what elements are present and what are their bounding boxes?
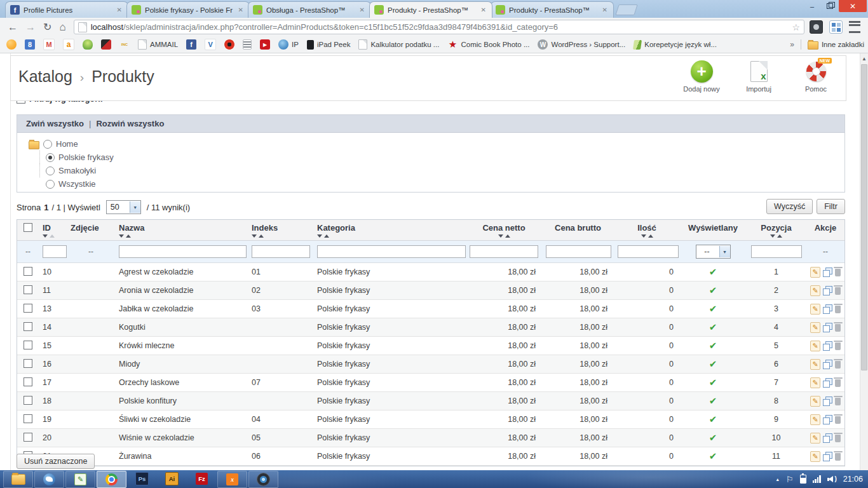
taskbar-filezilla[interactable]: Fz: [187, 471, 216, 487]
import-button[interactable]: Importuj: [738, 59, 780, 93]
new-tab-button[interactable]: [615, 4, 638, 15]
displayed-check-icon[interactable]: ✔: [709, 451, 717, 461]
tab-close-icon[interactable]: ✕: [237, 5, 245, 15]
sort-desc-icon[interactable]: [641, 234, 646, 238]
bookmark-item[interactable]: f: [186, 39, 196, 50]
delete-trash-icon[interactable]: [835, 342, 841, 350]
displayed-check-icon[interactable]: ✔: [709, 340, 717, 351]
bookmark-star-icon[interactable]: ☆: [792, 22, 800, 32]
breadcrumb-section[interactable]: Katalog: [18, 67, 72, 86]
filter-quantity-input[interactable]: [618, 245, 679, 258]
bookmark-item[interactable]: [83, 39, 93, 50]
sort-asc-icon[interactable]: [648, 234, 653, 238]
edit-pencil-icon[interactable]: ✎: [810, 414, 820, 425]
row-checkbox[interactable]: [24, 396, 32, 405]
restore-button[interactable]: [821, 0, 839, 12]
filter-name-input[interactable]: [119, 245, 247, 258]
clear-filter-button[interactable]: Wyczyść: [766, 199, 813, 214]
bookmark-item[interactable]: M: [43, 39, 55, 50]
row-checkbox[interactable]: [24, 377, 32, 386]
filter-id-input[interactable]: [43, 245, 67, 258]
edit-pencil-icon[interactable]: ✎: [810, 396, 820, 407]
bookmark-item[interactable]: [6, 39, 17, 50]
tab-close-icon[interactable]: ✕: [358, 5, 366, 15]
select-all-checkbox[interactable]: [24, 223, 32, 232]
home-button[interactable]: ⌂: [59, 21, 65, 34]
duplicate-icon[interactable]: [823, 378, 832, 388]
delete-trash-icon[interactable]: [835, 324, 841, 332]
radio-home[interactable]: [43, 140, 52, 149]
bookmarks-overflow-chevron[interactable]: »: [790, 40, 794, 49]
displayed-check-icon[interactable]: ✔: [709, 377, 717, 388]
tray-expand-icon[interactable]: ▲: [775, 477, 780, 482]
delete-selected-button[interactable]: Usuń zaznaczone: [17, 454, 95, 469]
other-bookmarks-folder[interactable]: Inne zakładki: [808, 39, 864, 50]
network-signal-icon[interactable]: [813, 475, 821, 483]
bookmark-item[interactable]: ▶: [260, 39, 270, 50]
url-text[interactable]: localhost/sklep/administracja/index.php?…: [91, 22, 789, 32]
tab-close-icon[interactable]: ✕: [480, 5, 487, 15]
extension-icon-1[interactable]: [810, 20, 823, 34]
sort-asc-icon[interactable]: [505, 234, 510, 238]
taskbar-explorer[interactable]: [3, 471, 33, 488]
filter-net-price-input[interactable]: [470, 245, 538, 258]
bookmark-item[interactable]: Kalkulator podatku ...: [358, 39, 439, 50]
browser-tab[interactable]: fProfile Pictures✕: [5, 1, 128, 18]
duplicate-icon[interactable]: [823, 341, 832, 351]
reload-button[interactable]: ↻: [43, 21, 51, 33]
edit-pencil-icon[interactable]: ✎: [810, 322, 820, 333]
taskbar-xampp[interactable]: x: [217, 471, 247, 488]
bookmark-item[interactable]: V: [205, 39, 216, 50]
duplicate-icon[interactable]: [823, 286, 832, 295]
row-checkbox[interactable]: [24, 322, 32, 331]
duplicate-icon[interactable]: [823, 452, 832, 461]
bookmark-item[interactable]: WWordPress › Support...: [538, 39, 625, 50]
bookmark-item[interactable]: iPad Peek: [307, 40, 350, 50]
row-checkbox[interactable]: [24, 359, 32, 368]
radio-smakolyki[interactable]: [46, 166, 55, 175]
displayed-check-icon[interactable]: ✔: [709, 322, 717, 332]
chrome-menu-icon[interactable]: [849, 21, 860, 33]
bookmark-item[interactable]: [224, 39, 234, 50]
duplicate-icon[interactable]: [823, 323, 832, 332]
column-header-name[interactable]: Nazwa: [115, 220, 248, 241]
edit-pencil-icon[interactable]: ✎: [810, 451, 820, 462]
column-header-id[interactable]: ID: [39, 220, 67, 241]
edit-pencil-icon[interactable]: ✎: [810, 304, 820, 315]
delete-trash-icon[interactable]: [835, 287, 841, 295]
action-center-flag-icon[interactable]: ⚐: [786, 475, 794, 484]
row-checkbox[interactable]: [24, 341, 32, 349]
duplicate-icon[interactable]: [823, 304, 832, 314]
delete-trash-icon[interactable]: [835, 398, 841, 405]
sort-desc-icon[interactable]: [252, 234, 257, 238]
volume-icon[interactable]: ): [827, 475, 837, 483]
forward-button[interactable]: →: [25, 22, 36, 33]
bookmark-item[interactable]: [101, 39, 111, 50]
radio-polskie-frykasy[interactable]: [46, 153, 55, 162]
add-new-button[interactable]: + Dodaj nowy: [681, 59, 722, 93]
displayed-check-icon[interactable]: ✔: [709, 395, 717, 406]
bookmark-item[interactable]: AMMAIL: [138, 39, 178, 50]
clock[interactable]: 21:06: [843, 475, 863, 484]
tree-item-smakolyki[interactable]: Smakołyki: [39, 164, 844, 177]
tab-close-icon[interactable]: ✕: [116, 5, 123, 15]
sort-desc-icon[interactable]: [498, 234, 503, 238]
edit-pencil-icon[interactable]: ✎: [810, 377, 820, 388]
back-button[interactable]: ←: [8, 22, 18, 33]
sort-desc-icon[interactable]: [770, 234, 775, 238]
sort-asc-icon[interactable]: [777, 234, 782, 238]
displayed-check-icon[interactable]: ✔: [709, 358, 717, 369]
edit-pencil-icon[interactable]: ✎: [810, 341, 820, 351]
duplicate-icon[interactable]: [823, 396, 832, 406]
bookmark-item[interactable]: [243, 39, 252, 50]
tree-item-home[interactable]: Home: [29, 137, 844, 151]
sort-asc-icon[interactable]: [259, 234, 264, 238]
column-header-position[interactable]: Pozycja: [746, 220, 806, 241]
expand-all-link[interactable]: Rozwiń wszystko: [96, 119, 164, 128]
duplicate-icon[interactable]: [823, 360, 832, 369]
row-checkbox[interactable]: [24, 285, 32, 294]
sort-desc-icon[interactable]: [317, 234, 322, 238]
displayed-check-icon[interactable]: ✔: [709, 266, 717, 277]
tab-close-icon[interactable]: ✕: [601, 5, 609, 15]
filter-displayed-select[interactable]: -- ▼: [696, 245, 731, 259]
